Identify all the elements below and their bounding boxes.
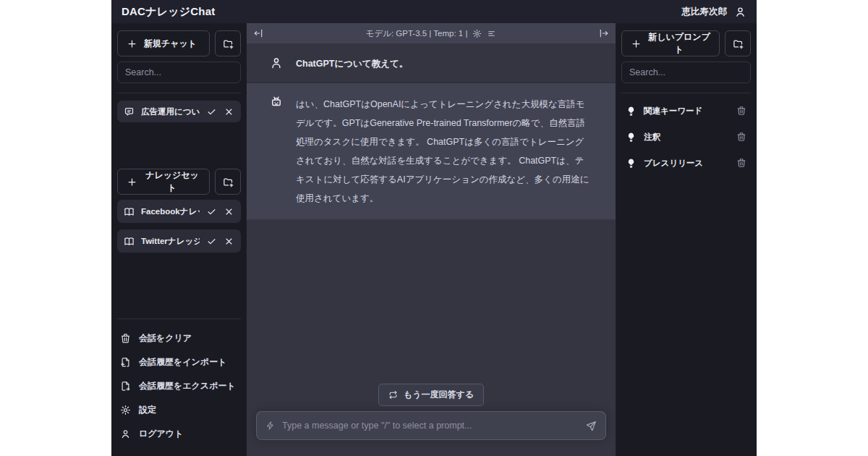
prompt-list: 関連キーワード 注釈 プレスリリース	[621, 93, 751, 179]
menu-label: 会話をクリア	[139, 332, 192, 345]
app-title: DACナレッジChat	[122, 5, 215, 19]
knowledge-set-row: ナレッジセット	[117, 169, 241, 195]
user-message-row: ChatGPTについて教えて。	[247, 43, 616, 83]
chat-area: モデル: GPT-3.5 | Temp: 1 |	[247, 23, 616, 456]
confirm-check-icon[interactable]	[206, 236, 217, 247]
message-icon	[124, 106, 135, 117]
conversation-settings-gear-icon[interactable]	[472, 29, 482, 38]
send-icon[interactable]	[586, 421, 597, 431]
plus-icon	[631, 38, 642, 49]
chat-search-input[interactable]	[117, 62, 241, 83]
clear-messages-lines-icon[interactable]	[487, 29, 496, 38]
menu-label: 会話履歴をエクスポート	[139, 380, 236, 392]
plus-icon	[127, 38, 137, 49]
confirm-check-icon[interactable]	[206, 206, 217, 217]
user-message-text: ChatGPTについて教えて。	[296, 56, 408, 70]
folder-plus-icon	[223, 177, 234, 187]
new-chat-folder-button[interactable]	[215, 30, 241, 56]
assistant-message-text: はい、ChatGPTはOpenAIによってトレーニングされた大規模な言語モデルで…	[296, 95, 592, 208]
confirm-check-icon[interactable]	[206, 106, 217, 117]
collapse-left-sidebar-icon[interactable]	[253, 23, 263, 43]
knowledge-item-label: Twitterナレッジ	[141, 236, 200, 247]
sidebar-menu: 会話をクリア 会話履歴をインポート 会話履歴をエクスポート 設定	[117, 319, 241, 446]
message-input[interactable]	[282, 421, 579, 431]
folder-plus-icon	[733, 38, 744, 49]
clear-conversations-button[interactable]: 会話をクリア	[117, 326, 241, 350]
repeat-icon	[388, 390, 398, 400]
cancel-x-icon[interactable]	[224, 236, 234, 247]
message-list: ChatGPTについて教えて。 はい、ChatGPTはOpenAIによってトレー…	[247, 43, 616, 384]
trash-icon	[120, 333, 131, 344]
new-chat-label: 新規チャット	[144, 38, 197, 50]
folder-plus-icon	[223, 38, 234, 49]
plus-icon	[127, 177, 137, 187]
logout-button[interactable]: ログアウト	[117, 422, 241, 446]
assistant-message-row: はい、ChatGPTはOpenAIによってトレーニングされた大規模な言語モデルで…	[247, 83, 616, 220]
file-export-icon	[120, 381, 131, 392]
new-prompt-label: 新しいプロンプト	[648, 31, 710, 56]
prompt-item-label: プレスリリース	[644, 158, 729, 169]
prompt-item[interactable]: 注釈	[621, 127, 751, 147]
prompt-search-input[interactable]	[621, 62, 751, 83]
knowledge-item[interactable]: Twitterナレッジ	[117, 229, 241, 253]
menu-label: ログアウト	[139, 428, 183, 440]
message-input-container[interactable]	[256, 411, 606, 440]
robot-avatar-icon	[270, 95, 283, 208]
right-sidebar: 新しいプロンプト 関連キーワード	[616, 23, 757, 456]
collapse-right-sidebar-icon[interactable]	[599, 23, 609, 43]
chat-item[interactable]: 広告運用について教えて	[117, 101, 241, 122]
cancel-x-icon[interactable]	[224, 206, 234, 217]
app-body: 新規チャット 広告運用について教えて	[111, 23, 757, 456]
user-name: 恵比寿次郎	[682, 6, 728, 18]
menu-label: 会話履歴をインポート	[139, 356, 226, 368]
page: DACナレッジChat 恵比寿次郎 新規チャット	[0, 0, 868, 456]
lightbulb-icon	[626, 158, 637, 169]
chat-item-label: 広告運用について教えて	[141, 106, 200, 117]
user-avatar-icon	[270, 56, 283, 70]
knowledge-folder-button[interactable]	[215, 169, 241, 195]
knowledge-item[interactable]: Facebookナレッジ	[117, 200, 241, 223]
header-bar: DACナレッジChat 恵比寿次郎	[111, 0, 757, 23]
lightbulb-icon	[626, 132, 637, 143]
model-bar: モデル: GPT-3.5 | Temp: 1 |	[247, 23, 616, 43]
prompt-item-label: 注釈	[644, 132, 729, 143]
prompt-item[interactable]: 関連キーワード	[621, 101, 751, 121]
regenerate-label: もう一度回答する	[404, 389, 474, 401]
book-icon	[124, 236, 135, 247]
app-window: DACナレッジChat 恵比寿次郎 新規チャット	[111, 0, 757, 456]
new-knowledge-set-button[interactable]: ナレッジセット	[117, 169, 210, 195]
prompt-folder-button[interactable]	[725, 30, 751, 56]
prompt-item[interactable]: プレスリリース	[621, 153, 751, 173]
new-prompt-button[interactable]: 新しいプロンプト	[621, 30, 720, 56]
chat-bottom-area: もう一度回答する	[247, 384, 616, 456]
delete-trash-icon[interactable]	[736, 132, 746, 142]
file-import-icon	[120, 357, 131, 368]
knowledge-item-label: Facebookナレッジ	[141, 206, 200, 217]
export-history-button[interactable]: 会話履歴をエクスポート	[117, 374, 241, 398]
left-sidebar: 新規チャット 広告運用について教えて	[111, 23, 247, 456]
model-info-text: モデル: GPT-3.5 | Temp: 1 |	[366, 28, 468, 39]
chat-list: 広告運用について教えて	[117, 93, 241, 169]
prompt-bolt-icon[interactable]	[265, 421, 276, 431]
logout-user-icon	[120, 428, 131, 439]
sidebar-spacer	[117, 259, 241, 318]
delete-trash-icon[interactable]	[736, 158, 746, 168]
gear-icon	[120, 405, 131, 415]
knowledge-set-label: ナレッジセット	[144, 169, 200, 194]
menu-label: 設定	[139, 404, 156, 416]
regenerate-button[interactable]: もう一度回答する	[378, 384, 484, 406]
new-prompt-row: 新しいプロンプト	[621, 30, 751, 56]
user-account-icon[interactable]	[734, 6, 746, 18]
import-history-button[interactable]: 会話履歴をインポート	[117, 350, 241, 374]
new-chat-button[interactable]: 新規チャット	[117, 30, 210, 56]
new-chat-row: 新規チャット	[117, 30, 241, 56]
settings-button[interactable]: 設定	[117, 398, 241, 422]
header-user-area: 恵比寿次郎	[682, 6, 747, 18]
cancel-x-icon[interactable]	[224, 106, 234, 117]
book-icon	[124, 206, 135, 217]
prompt-item-label: 関連キーワード	[644, 106, 729, 117]
lightbulb-icon	[626, 106, 637, 117]
delete-trash-icon[interactable]	[736, 106, 746, 116]
